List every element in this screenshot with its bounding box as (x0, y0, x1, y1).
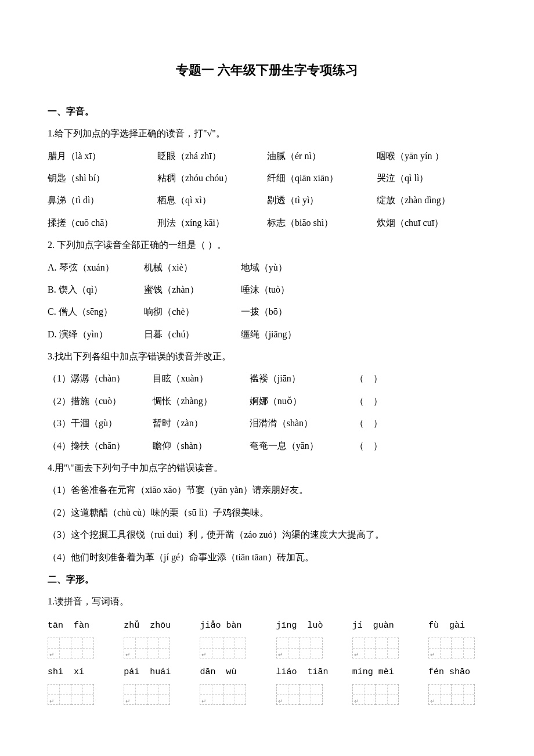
pinyin-label: jiǎo bàn (200, 615, 258, 636)
q1-cell: 粘稠（zhóu chóu） (157, 167, 267, 189)
q2-option: C. 僧人（sēng） 响彻（chè） 一拨（bō） (48, 301, 486, 323)
q3-cell: 褴褛（jiān） (250, 368, 355, 390)
tian-box[interactable]: ↵ (352, 638, 399, 658)
pinyin-label: pái huái (124, 662, 182, 683)
q1-cell: 绽放（zhàn dìng） (377, 189, 486, 211)
q3-cell: 泪潸潸（shàn） (250, 412, 355, 434)
pinyin-label: fén shāo (428, 662, 486, 683)
tian-box[interactable]: ↵ (352, 684, 399, 705)
corner-mark-icon: ↵ (125, 652, 130, 658)
q4-line: （1）爸爸准备在元宵（xiāo xāo）节宴（yān yàn）请亲朋好友。 (48, 479, 486, 501)
q2-cell: B. 锲入（qì） (48, 279, 144, 301)
q1-cell: 炊烟（chuī cuī） (377, 212, 486, 234)
answer-blank[interactable]: （ ） (355, 368, 486, 390)
q2-cell: 日暮（chú） (144, 323, 240, 345)
corner-mark-icon: ↵ (201, 652, 206, 658)
q1-cell: 揉搓（cuō chā） (48, 212, 157, 234)
pinyin-item: shì xí ↵ (48, 662, 106, 705)
q2-cell: D. 演绎（yìn） (48, 323, 144, 345)
corner-mark-icon: ↵ (278, 699, 283, 704)
section-1-heading: 一、字音。 (48, 100, 486, 123)
q3-cell: （2）措施（cuò） (48, 390, 153, 412)
q3-cell: 婀娜（nuǒ） (250, 390, 355, 412)
corner-mark-icon: ↵ (278, 652, 283, 658)
q2-cell: 机械（xiè） (144, 257, 240, 279)
q4-line: （3）这个挖掘工具很锐（ruì duì）利，使开凿（záo zuó）沟渠的速度大… (48, 524, 486, 546)
q3-prompt: 3.找出下列各组中加点字错误的读音并改正。 (48, 345, 486, 368)
corner-mark-icon: ↵ (354, 652, 359, 658)
q1-cell: 剔透（tì yì） (267, 189, 377, 211)
pinyin-item: fén shāo ↵ (428, 662, 486, 705)
q3-cell: 暂时（zàn） (153, 412, 249, 434)
q4-line: （2）这道糖醋（chù cù）味的栗（sū lì）子鸡很美味。 (48, 502, 486, 524)
q1-cell: 眨眼（zhá zhī） (157, 145, 267, 167)
tian-box[interactable]: ↵ (428, 684, 475, 705)
q4-prompt: 4.用"\"画去下列句子中加点字的错误读音。 (48, 457, 486, 479)
pinyin-item: fù gài ↵ (428, 615, 486, 658)
pinyin-row: shì xí ↵ pái huái ↵ dān wù ↵ liáo tiān ↵… (48, 662, 486, 705)
q3-cell: 瞻仰（shàn） (153, 435, 249, 457)
pinyin-item: míng mèi ↵ (352, 662, 410, 705)
q1-cell: 咽喉（yān yín ） (377, 145, 486, 167)
pinyin-label: zhǔ zhōu (124, 615, 182, 636)
q3-cell: （3）干涸（gù） (48, 412, 153, 434)
q1-prompt: 1.给下列加点的字选择正确的读音，打"√"。 (48, 123, 486, 145)
pinyin-row: tān fàn ↵ zhǔ zhōu ↵ jiǎo bàn ↵ jīng luò… (48, 615, 486, 658)
q1-cell: 腊月（là xī） (48, 145, 157, 167)
page-title: 专题一 六年级下册生字专项练习 (48, 55, 486, 86)
pinyin-item: zhǔ zhōu ↵ (124, 615, 182, 658)
q2-cell: C. 僧人（sēng） (48, 301, 144, 323)
q3-row: （1）潺潺（chàn） 目眩（xuàn） 褴褛（jiān） （ ） (48, 368, 486, 390)
corner-mark-icon: ↵ (125, 699, 130, 704)
answer-blank[interactable]: （ ） (355, 412, 486, 434)
q1-cell: 油腻（ér nì） (267, 145, 377, 167)
q1-cell: 标志（biāo shì） (267, 212, 377, 234)
tian-box[interactable]: ↵ (200, 684, 246, 705)
q3-cell: （4）搀扶（chān） (48, 435, 153, 457)
pinyin-label: shì xí (48, 662, 106, 683)
pinyin-item: liáo tiān ↵ (276, 662, 334, 705)
tian-box[interactable]: ↵ (124, 684, 170, 705)
corner-mark-icon: ↵ (430, 652, 435, 658)
pinyin-label: fù gài (428, 615, 486, 636)
tian-box[interactable]: ↵ (48, 638, 94, 658)
pinyin-label: liáo tiān (276, 662, 334, 683)
q2-cell: A. 琴弦（xuán） (48, 257, 144, 279)
answer-blank[interactable]: （ ） (355, 390, 486, 412)
tian-box[interactable]: ↵ (48, 684, 94, 705)
pinyin-item: tān fàn ↵ (48, 615, 106, 658)
q3-cell: 奄奄一息（yān） (250, 435, 355, 457)
tian-box[interactable]: ↵ (124, 638, 170, 658)
corner-mark-icon: ↵ (430, 699, 435, 704)
q1-row: 钥匙（shì bí） 粘稠（zhóu chóu） 纤细（qiān xiān） 哭… (48, 167, 486, 189)
pinyin-item: pái huái ↵ (124, 662, 182, 705)
tian-box[interactable]: ↵ (200, 638, 246, 658)
q1-row: 腊月（là xī） 眨眼（zhá zhī） 油腻（ér nì） 咽喉（yān y… (48, 145, 486, 167)
q1-cell: 纤细（qiān xiān） (267, 167, 377, 189)
q2-option: A. 琴弦（xuán） 机械（xiè） 地域（yù） (48, 257, 486, 279)
corner-mark-icon: ↵ (201, 699, 206, 704)
q2-option: D. 演绎（yìn） 日暮（chú） 缰绳（jiāng） (48, 323, 486, 345)
q4-line: （4）他们时刻准备着为革（jí gé）命事业添（tiān tāan）砖加瓦。 (48, 546, 486, 568)
s2q1-prompt: 1.读拼音，写词语。 (48, 591, 486, 613)
pinyin-label: jí guàn (352, 615, 410, 636)
q2-cell: 缰绳（jiāng） (241, 323, 486, 345)
q1-cell: 钥匙（shì bí） (48, 167, 157, 189)
pinyin-label: tān fàn (48, 615, 106, 636)
q2-cell: 响彻（chè） (144, 301, 240, 323)
q1-cell: 栖息（qì xì） (157, 189, 267, 211)
pinyin-label: jīng luò (276, 615, 334, 636)
tian-box[interactable]: ↵ (276, 684, 323, 705)
q1-cell: 鼻涕（tì dì） (48, 189, 157, 211)
corner-mark-icon: ↵ (49, 652, 54, 658)
answer-blank[interactable]: （ ） (355, 435, 486, 457)
pinyin-item: jí guàn ↵ (352, 615, 410, 658)
q1-row: 鼻涕（tì dì） 栖息（qì xì） 剔透（tì yì） 绽放（zhàn dì… (48, 189, 486, 211)
tian-box[interactable]: ↵ (276, 638, 323, 658)
tian-box[interactable]: ↵ (428, 638, 475, 658)
q3-row: （4）搀扶（chān） 瞻仰（shàn） 奄奄一息（yān） （ ） (48, 435, 486, 457)
q3-cell: 惆怅（zhàng） (153, 390, 249, 412)
pinyin-label: dān wù (200, 662, 258, 683)
q3-cell: 目眩（xuàn） (153, 368, 249, 390)
q1-cell: 刑法（xíng kāi） (157, 212, 267, 234)
